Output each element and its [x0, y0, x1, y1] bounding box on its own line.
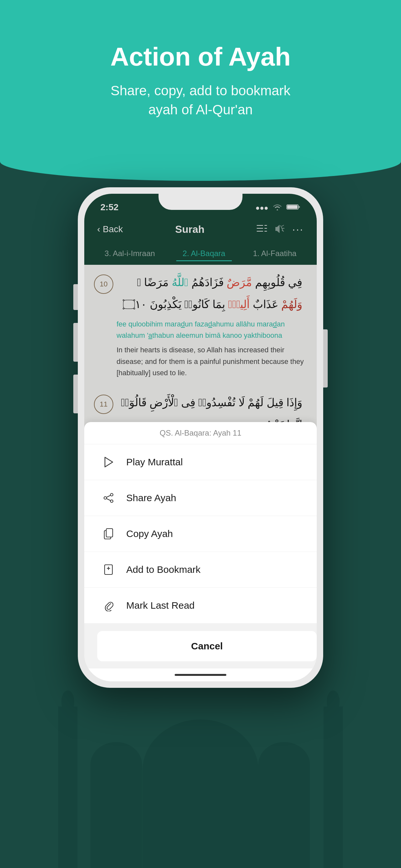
mark-last-read-label: Mark Last Read	[126, 600, 195, 611]
home-indicator-bar	[84, 669, 317, 681]
share-icon	[100, 490, 117, 506]
svg-point-4	[61, 690, 74, 713]
volume-down-button	[73, 375, 78, 413]
copy-icon	[100, 526, 117, 542]
mark-last-read-item[interactable]: Mark Last Read	[84, 588, 317, 623]
phone-content: 2:52 ●●●	[84, 194, 317, 681]
share-ayah-label: Share Ayah	[126, 492, 176, 503]
volume-up-button	[73, 323, 78, 362]
home-indicator	[175, 674, 226, 676]
phone-frame: 2:52 ●●●	[78, 187, 323, 688]
svg-point-27	[111, 500, 113, 502]
copy-ayah-label: Copy Ayah	[126, 528, 173, 539]
hero-section: Action of Ayah Share, copy, add to bookm…	[0, 0, 401, 161]
phone-notch	[158, 194, 243, 210]
svg-rect-2	[58, 707, 78, 868]
mosque-silhouette	[0, 674, 401, 868]
action-sheet: QS. Al-Baqara: Ayah 11 Play Murattal	[84, 422, 317, 681]
svg-rect-1	[143, 771, 258, 868]
page-title: Action of Ayah	[111, 42, 291, 72]
add-bookmark-item[interactable]: Add to Bookmark	[84, 552, 317, 588]
volume-silent-button	[73, 284, 78, 310]
page-subtitle: Share, copy, add to bookmarkayah of Al-Q…	[111, 82, 290, 120]
action-sheet-header: QS. Al-Baqara: Ayah 11	[84, 422, 317, 444]
svg-point-7	[327, 690, 340, 713]
svg-point-26	[104, 497, 106, 499]
phone-screen: 2:52 ●●●	[84, 194, 317, 681]
svg-point-11	[258, 742, 310, 787]
play-murattal-item[interactable]: Play Murattal	[84, 444, 317, 480]
svg-rect-31	[106, 529, 113, 537]
play-icon	[100, 454, 117, 470]
bookmark-icon	[100, 562, 117, 578]
add-bookmark-label: Add to Bookmark	[126, 564, 201, 575]
svg-line-29	[106, 499, 111, 500]
paperclip-icon	[100, 597, 117, 614]
copy-ayah-item[interactable]: Copy Ayah	[84, 516, 317, 552]
power-button	[323, 330, 328, 388]
cancel-section: Cancel	[84, 623, 317, 669]
svg-point-9	[90, 742, 142, 787]
svg-rect-5	[323, 707, 343, 868]
svg-line-28	[106, 495, 111, 497]
cancel-button[interactable]: Cancel	[97, 631, 317, 661]
play-murattal-label: Play Murattal	[126, 457, 183, 468]
svg-point-25	[111, 493, 113, 496]
dark-section: 2:52 ●●●	[0, 161, 401, 868]
share-ayah-item[interactable]: Share Ayah	[84, 480, 317, 516]
